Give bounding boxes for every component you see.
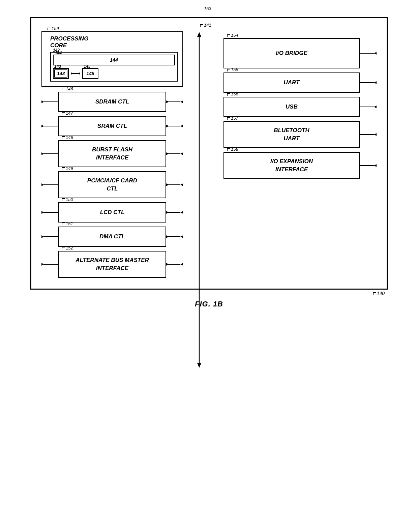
pcmcia-label: PCMCIA/CF CARDCTL [87, 177, 137, 193]
burst-right-arrow [166, 151, 183, 157]
lcd-ctl-block: LCD CTL [58, 202, 166, 223]
svg-marker-24 [41, 211, 44, 214]
svg-marker-36 [180, 263, 183, 266]
svg-marker-31 [180, 235, 183, 238]
sram-ctl-block: SRAM CTL [58, 116, 166, 136]
burst-flash-row: 148 BURST FLASHINTERFACE [41, 140, 183, 167]
sdram-right-arrow [166, 99, 183, 105]
svg-marker-14 [41, 152, 44, 155]
svg-marker-19 [41, 183, 44, 186]
svg-marker-29 [41, 235, 44, 238]
ref-149: 149 [62, 166, 73, 171]
sdram-ctl-label: SDRAM CTL [95, 98, 129, 105]
bluetooth-block: BLUETOOTHUART [223, 121, 360, 148]
processing-core-wrapper: 159 PROCESSINGCORE [41, 31, 183, 87]
usb-row: 156 USB [223, 97, 377, 117]
ref-152: 152 [62, 245, 73, 250]
ref-140-label: 140 [373, 291, 385, 296]
ref-148: 148 [62, 135, 73, 140]
page-container: 159 PROCESSINGCORE [7, 7, 411, 532]
inner-block-142: 142 144 144 143 [50, 52, 178, 82]
ref-141: 141 [200, 23, 211, 28]
ref-159: 159 [48, 26, 59, 31]
svg-marker-34 [41, 263, 44, 266]
uart-right-arrow [360, 80, 377, 86]
alt-bus-label: ALTERNATE BUS MASTERINTERFACE [76, 256, 149, 272]
inner-block-145: 145 145 [82, 68, 98, 79]
svg-marker-42 [374, 52, 377, 55]
io-bridge-right-arrow [360, 50, 377, 56]
svg-marker-17 [166, 152, 169, 155]
burst-flash-label: BURST FLASHINTERFACE [92, 146, 132, 162]
svg-marker-4 [41, 100, 44, 103]
ref-158: 158 [227, 147, 238, 152]
ref-154: 154 [227, 33, 238, 38]
ref-155: 155 [227, 67, 238, 72]
svg-marker-46 [374, 106, 377, 108]
ref-150: 150 [62, 197, 73, 202]
svg-marker-16 [180, 152, 183, 155]
burst-flash-block: BURST FLASHINTERFACE [58, 140, 166, 167]
alt-right-arrow [166, 261, 183, 267]
svg-marker-21 [180, 183, 183, 186]
svg-marker-39 [197, 32, 201, 37]
bluetooth-label: BLUETOOTHUART [274, 126, 309, 143]
sram-ctl-label: SRAM CTL [97, 123, 127, 129]
inner-block-144: 144 144 [53, 55, 175, 65]
ref-147: 147 [62, 111, 73, 116]
svg-marker-2 [78, 72, 80, 75]
io-expansion-label: I/O EXPANSIONINTERFACE [270, 157, 313, 174]
lcd-ctl-row: 150 LCD CTL [41, 202, 183, 223]
svg-marker-1 [71, 72, 73, 75]
diagram-outer: 159 PROCESSINGCORE [30, 17, 388, 290]
svg-marker-11 [180, 125, 183, 127]
svg-marker-44 [374, 81, 377, 84]
bluetooth-right-arrow [360, 131, 377, 138]
lcd-ctl-label: LCD CTL [100, 209, 125, 216]
io-bridge-row: 154 I/O BRIDGE [223, 38, 377, 68]
svg-marker-12 [166, 125, 169, 127]
uart-row: 155 UART [223, 72, 377, 93]
alt-left-arrow [41, 261, 58, 267]
dma-right-arrow [166, 234, 183, 240]
right-column: 154 I/O BRIDGE [217, 31, 377, 183]
processing-core-label: PROCESSINGCORE [50, 35, 178, 49]
dma-ctl-block: DMA CTL [58, 227, 166, 247]
io-bridge-label: I/O BRIDGE [276, 50, 307, 57]
sram-left-arrow [41, 123, 58, 129]
ref-156: 156 [227, 91, 238, 96]
lcd-left-arrow [41, 209, 58, 215]
alt-bus-row: 152 ALTERNATE BUS MASTERINTERFACE [41, 251, 183, 278]
svg-marker-37 [166, 263, 169, 266]
pcmcia-block: PCMCIA/CF CARDCTL [58, 171, 166, 198]
io-expansion-right-arrow [360, 162, 377, 169]
usb-right-arrow [360, 104, 377, 110]
uart-label: UART [284, 79, 300, 86]
io-expansion-row: 158 I/O EXPANSIONINTERFACE [223, 152, 377, 179]
ref-151: 151 [62, 221, 73, 226]
io-bridge-block: I/O BRIDGE [223, 38, 360, 68]
pcmcia-row: 149 PCMCIA/CF CARDCTL [41, 171, 183, 198]
sram-right-arrow [166, 123, 183, 129]
sdram-left-arrow [41, 99, 58, 105]
svg-marker-27 [166, 211, 169, 214]
sram-ctl-row: 147 SRAM CTL [41, 116, 183, 136]
pcmcia-left-arrow [41, 182, 58, 188]
lcd-right-arrow [166, 209, 183, 215]
svg-marker-50 [374, 164, 377, 167]
ref-146: 146 [62, 86, 73, 91]
dma-ctl-row: 151 DMA CTL [41, 227, 183, 247]
svg-marker-9 [41, 125, 44, 127]
svg-marker-32 [166, 235, 169, 238]
usb-label: USB [286, 104, 298, 110]
usb-block: USB [223, 97, 360, 117]
svg-marker-40 [197, 363, 201, 368]
svg-marker-48 [374, 133, 377, 136]
dma-ctl-label: DMA CTL [99, 233, 125, 240]
sdram-ctl-row: 146 SDRAM CTL [41, 92, 183, 112]
left-column: 159 PROCESSINGCORE [41, 28, 183, 282]
alt-bus-block: ALTERNATE BUS MASTERINTERFACE [58, 251, 166, 278]
bus-svg [190, 31, 210, 368]
svg-marker-22 [166, 183, 169, 186]
sdram-ctl-block: SDRAM CTL [58, 92, 166, 112]
